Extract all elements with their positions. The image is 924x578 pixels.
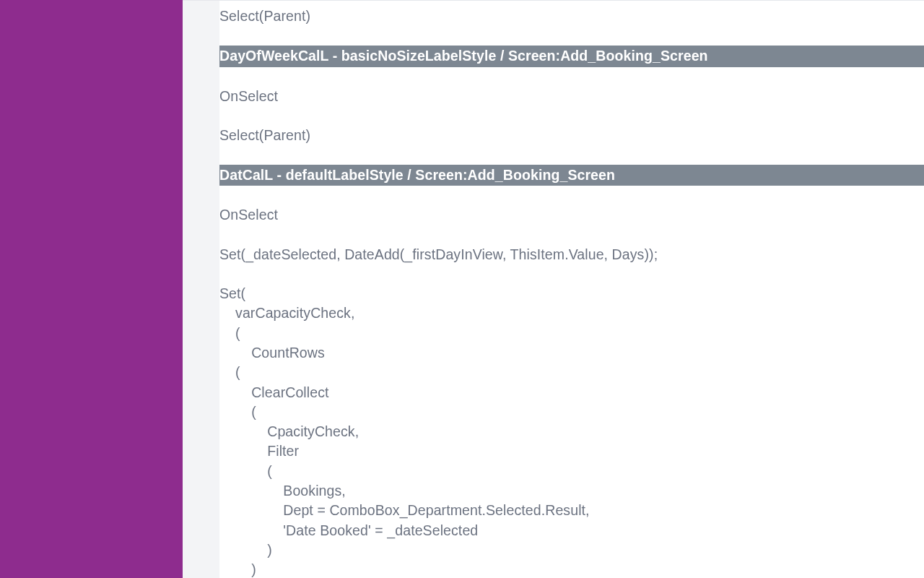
spacer	[219, 67, 924, 87]
code-line: Set(_dateSelected, DateAdd(_firstDayInVi…	[219, 245, 924, 264]
code-line: OnSelect	[219, 205, 924, 225]
document-content: Select(Parent)DayOfWeekCalL - basicNoSiz…	[219, 0, 924, 578]
code-line: (	[219, 363, 924, 382]
content-gutter	[183, 0, 219, 578]
spacer	[219, 264, 924, 284]
code-line: Filter	[219, 441, 924, 461]
section-header: DatCalL - defaultLabelStyle / Screen:Add…	[219, 165, 924, 186]
code-line: Set(	[219, 284, 924, 303]
spacer	[219, 106, 924, 126]
code-line: varCapacityCheck,	[219, 303, 924, 323]
code-line: Dept = ComboBox_Department.Selected.Resu…	[219, 501, 924, 520]
code-line: 'Date Booked' = _dateSelected	[219, 521, 924, 540]
code-line: (	[219, 402, 924, 422]
code-line: Select(Parent)	[219, 126, 924, 145]
code-line: CpacityCheck,	[219, 422, 924, 441]
spacer	[219, 225, 924, 245]
spacer	[219, 186, 924, 205]
code-line: Select(Parent)	[219, 7, 924, 26]
code-line: (	[219, 462, 924, 481]
spacer	[219, 26, 924, 46]
code-line: ClearCollect	[219, 383, 924, 402]
code-line: )	[219, 560, 924, 578]
sidebar-nav	[0, 0, 183, 578]
code-line: OnSelect	[219, 87, 924, 106]
code-line: (	[219, 324, 924, 343]
code-line: CountRows	[219, 343, 924, 363]
spacer	[219, 145, 924, 165]
section-header: DayOfWeekCalL - basicNoSizeLabelStyle / …	[219, 46, 924, 66]
code-line: )	[219, 540, 924, 560]
code-line: Bookings,	[219, 481, 924, 501]
